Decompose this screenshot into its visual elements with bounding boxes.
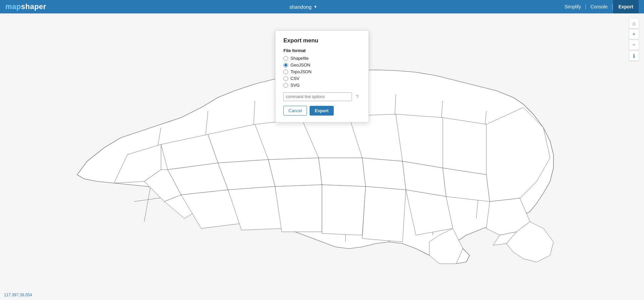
command-line-input[interactable] (283, 92, 352, 101)
coordinates-display: 117.397,38.054 (4, 293, 32, 297)
logo-shaper: shaper (21, 2, 46, 11)
header-center: shandong ▼ (46, 4, 560, 10)
geojson-label: GeoJSON (290, 62, 310, 68)
csv-label: CSV (290, 76, 300, 81)
zoom-in-button[interactable]: + (629, 30, 639, 39)
simplify-button[interactable]: Simplify (560, 0, 585, 13)
layer-name-button[interactable]: shandong ▼ (289, 4, 317, 10)
format-svg[interactable]: SVG (283, 83, 361, 88)
dialog-buttons: Cancel Export (283, 106, 361, 116)
export-nav-button[interactable]: Export (613, 0, 639, 13)
format-geojson[interactable]: GeoJSON (283, 62, 361, 68)
home-icon: ⌂ (632, 20, 636, 27)
svg-radio[interactable] (283, 83, 288, 88)
topojson-radio[interactable] (283, 70, 288, 74)
format-radio-group: Shapefile GeoJSON TopoJSON CSV SVG (283, 56, 361, 88)
layer-name-text: shandong (289, 4, 312, 10)
zoom-out-icon: − (632, 42, 635, 48)
command-line-row: ? (283, 92, 361, 101)
format-topojson[interactable]: TopoJSON (283, 69, 361, 74)
svg-label: SVG (290, 83, 300, 88)
topojson-label: TopoJSON (290, 69, 312, 74)
format-shapefile[interactable]: Shapefile (283, 56, 361, 61)
geojson-radio[interactable] (283, 63, 288, 68)
zoom-out-button[interactable]: − (629, 40, 639, 50)
shapefile-radio[interactable] (283, 56, 288, 61)
coordinates-value: 117.397,38.054 (4, 293, 32, 297)
cancel-button[interactable]: Cancel (283, 106, 307, 116)
csv-radio[interactable] (283, 76, 288, 81)
format-csv[interactable]: CSV (283, 76, 361, 81)
console-button[interactable]: Console (586, 0, 611, 13)
layer-dropdown-arrow-icon: ▼ (314, 5, 317, 9)
map-area[interactable]: ⌂ + − ℹ 117.397,38.054 Export menu File … (0, 13, 644, 300)
zoom-controls: ⌂ + − ℹ (629, 19, 639, 60)
nav-right: Simplify | Console | Export (560, 0, 639, 13)
logo: mapshaper (5, 2, 46, 11)
header: mapshaper shandong ▼ Simplify | Console … (0, 0, 644, 13)
help-button[interactable]: ? (354, 93, 361, 100)
logo-map: map (5, 2, 21, 11)
export-button[interactable]: Export (310, 106, 333, 116)
export-dialog: Export menu File format Shapefile GeoJSO… (275, 30, 369, 123)
file-format-label: File format (283, 48, 361, 53)
info-icon: ℹ (633, 53, 635, 59)
dialog-title: Export menu (283, 37, 361, 44)
home-button[interactable]: ⌂ (629, 19, 639, 28)
zoom-in-icon: + (632, 31, 635, 37)
info-button[interactable]: ℹ (629, 51, 639, 60)
shapefile-label: Shapefile (290, 56, 309, 61)
